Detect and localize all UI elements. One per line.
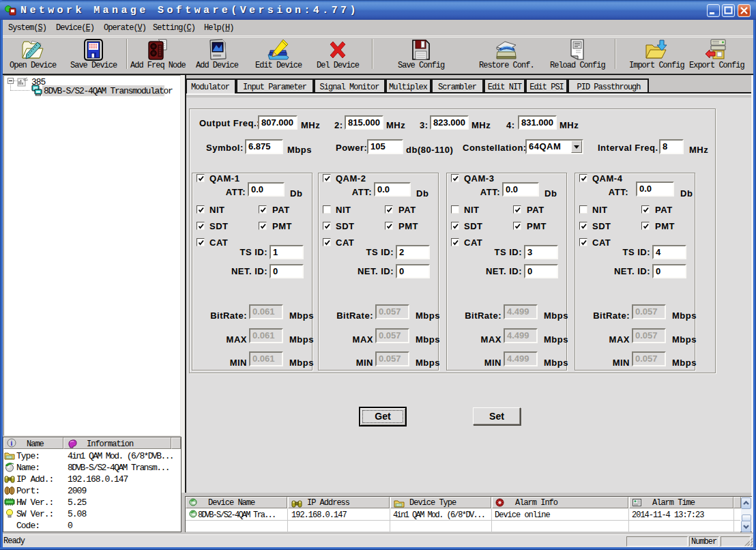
svg-text:i: i xyxy=(11,439,13,447)
